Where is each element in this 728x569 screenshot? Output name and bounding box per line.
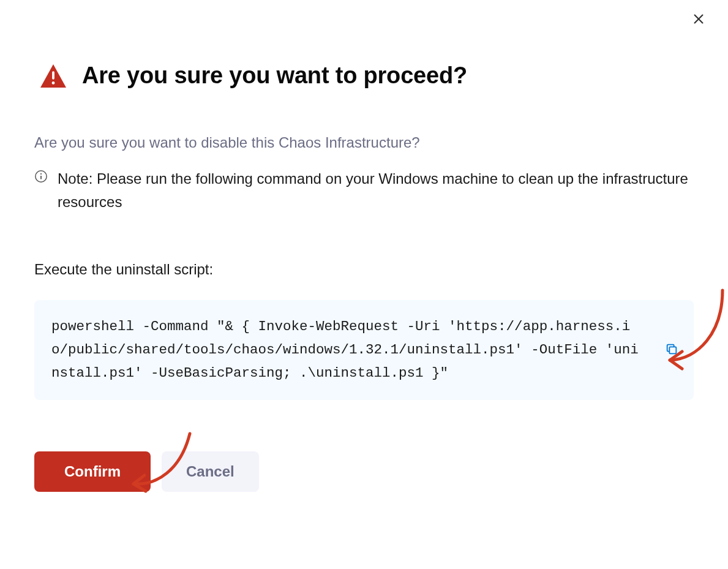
svg-point-6 [40, 173, 42, 175]
note-row: Note: Please run the following command o… [34, 167, 694, 214]
confirm-button[interactable]: Confirm [34, 451, 151, 492]
svg-point-3 [52, 81, 55, 85]
dialog-header: Are you sure you want to proceed? [39, 62, 694, 89]
cancel-button[interactable]: Cancel [162, 451, 259, 492]
confirmation-dialog: Are you sure you want to proceed? Are yo… [0, 0, 728, 516]
copy-button[interactable] [663, 341, 680, 358]
dialog-subtitle: Are you sure you want to disable this Ch… [34, 134, 694, 151]
note-text: Note: Please run the following command o… [58, 167, 694, 214]
command-text: powershell -Command "& { Invoke-WebReque… [51, 315, 642, 385]
info-icon [34, 170, 48, 186]
script-label: Execute the uninstall script: [34, 261, 694, 278]
copy-icon [665, 342, 678, 358]
svg-rect-2 [52, 71, 54, 79]
dialog-actions: Confirm Cancel [34, 451, 694, 492]
close-button[interactable] [688, 9, 710, 31]
warning-icon [39, 63, 67, 89]
svg-rect-7 [669, 347, 676, 353]
close-icon [692, 12, 705, 28]
code-block: powershell -Command "& { Invoke-WebReque… [34, 300, 694, 400]
dialog-title: Are you sure you want to proceed? [82, 62, 467, 89]
